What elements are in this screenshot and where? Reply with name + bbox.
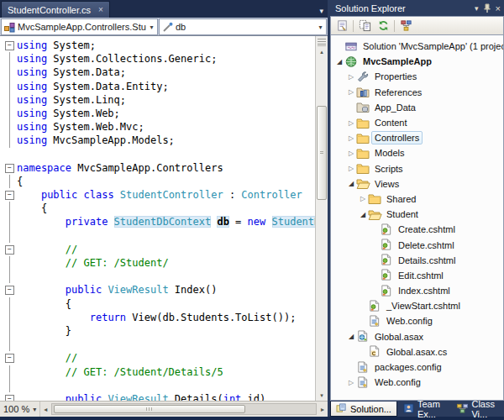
vs-window: StudentController.cs × ▾ MvcSampleApp.Co…: [0, 0, 504, 417]
chevron-down-icon[interactable]: ▾: [33, 406, 36, 413]
tab-class-vi[interactable]: Class Vi...: [451, 402, 504, 417]
fold-toggle-icon[interactable]: [3, 283, 17, 297]
vertical-scrollbar[interactable]: ▴ ▾: [315, 36, 328, 401]
tree-item-details-cshtml[interactable]: Details.cshtml: [331, 253, 503, 268]
pin-icon[interactable]: [483, 3, 491, 13]
collapsed-arrow-icon[interactable]: ▷: [358, 195, 368, 202]
tab-solution[interactable]: Solution...: [330, 402, 397, 417]
show-all-files-icon[interactable]: [357, 18, 372, 34]
zoom-level: 100 %: [3, 404, 29, 414]
fold-toggle-icon[interactable]: [3, 188, 17, 202]
tree-item-label: Global.asax: [371, 330, 427, 344]
vertical-scroll-thumb[interactable]: [317, 106, 327, 200]
csfile-icon: [368, 345, 383, 358]
tree-item-label: _ViewStart.cshtml: [383, 299, 464, 312]
fold-toggle-icon[interactable]: [3, 243, 17, 256]
fold-gutter: [3, 365, 17, 379]
tree-item-solution-mvcsampleapp-1-project[interactable]: Solution 'MvcSampleApp' (1 project): [331, 39, 503, 54]
chevron-down-icon[interactable]: ▾: [146, 24, 157, 31]
refresh-icon[interactable]: [375, 18, 391, 34]
type-dropdown[interactable]: MvcSampleApp.Controllers.StudentCont ▾: [1, 18, 158, 35]
type-dropdown-value: MvcSampleApp.Controllers.StudentCont: [15, 22, 146, 32]
chevron-down-icon[interactable]: ▾: [315, 24, 326, 31]
horizontal-scroll-thumb[interactable]: [54, 405, 245, 413]
window-position-chevron-icon[interactable]: ▾: [475, 4, 479, 13]
tree-item-label: Global.asax.cs: [383, 345, 450, 359]
close-icon[interactable]: ×: [496, 3, 501, 13]
code-text: using System.Data;: [17, 66, 126, 79]
expanded-arrow-icon[interactable]: ◢: [346, 180, 356, 187]
collapsed-arrow-icon[interactable]: ▷: [346, 150, 356, 157]
view-class-diagram-icon[interactable]: [398, 18, 413, 34]
tree-item-create-cshtml[interactable]: Create.cshtml: [331, 222, 503, 237]
tree-item-global-asax[interactable]: ◢Global.asax: [331, 329, 503, 344]
tree-item-scripts[interactable]: ▷Scripts: [331, 161, 503, 176]
fold-toggle-icon[interactable]: [3, 39, 17, 52]
active-files-chevron-icon[interactable]: ▾: [319, 7, 323, 15]
tree-item-global-asax-cs[interactable]: Global.asax.cs: [331, 344, 503, 360]
collapsed-arrow-icon[interactable]: ▷: [346, 379, 356, 386]
cshtml-icon: [380, 223, 395, 236]
scroll-up-icon[interactable]: ▴: [316, 46, 328, 57]
vertical-scroll-track[interactable]: [316, 57, 328, 390]
fold-toggle-icon[interactable]: [3, 351, 17, 365]
editor-pane: StudentController.cs × ▾ MvcSampleApp.Co…: [0, 0, 328, 417]
code-text: private StudentDbContext db = new Studen…: [17, 215, 315, 228]
folder-open-icon: [356, 177, 371, 190]
fold-toggle-icon[interactable]: [3, 161, 17, 175]
tree-item-label: Web.config: [383, 314, 436, 328]
tree-item-controllers[interactable]: ▷Controllers: [331, 130, 503, 145]
tree-item-delete-cshtml[interactable]: Delete.cshtml: [331, 237, 503, 252]
code-text: using MvcSampleApp.Models;: [17, 134, 175, 147]
properties-icon[interactable]: [334, 18, 349, 34]
expanded-arrow-icon[interactable]: ◢: [334, 58, 344, 66]
collapsed-arrow-icon[interactable]: ▷: [346, 88, 356, 96]
scroll-left-icon[interactable]: ◂: [40, 406, 50, 413]
cshtml-icon: [368, 300, 383, 312]
collapsed-arrow-icon[interactable]: ▷: [346, 119, 356, 127]
code-text: using System.Web;: [17, 107, 120, 120]
fold-gutter: [3, 120, 17, 134]
collapsed-arrow-icon[interactable]: ▷: [346, 134, 356, 142]
tree-item-web-config[interactable]: ▷Web.config: [331, 375, 503, 390]
navigation-bar: MvcSampleApp.Controllers.StudentCont ▾ d…: [0, 18, 328, 36]
tree-item-web-config[interactable]: Web.config: [331, 313, 503, 328]
code-text: {: [17, 175, 23, 188]
tree-item-shared[interactable]: ▷Shared: [331, 192, 503, 207]
fold-toggle-icon[interactable]: [3, 392, 17, 401]
tree-item-views[interactable]: ◢Views: [331, 176, 503, 192]
field-icon: [162, 22, 173, 33]
fold-gutter: [3, 134, 17, 147]
tree-item-content[interactable]: ▷Content: [331, 115, 503, 130]
code-line: private StudentDbContext db = new Studen…: [3, 215, 315, 228]
close-icon[interactable]: ×: [98, 5, 103, 14]
tree-item-packages-config[interactable]: packages.config: [331, 360, 503, 375]
code-text: // GET: /Student/Details/5: [17, 365, 223, 379]
collapsed-arrow-icon[interactable]: ▷: [346, 73, 356, 81]
editor-bottom-bar: 100 % ▾ ◂ ▸: [0, 401, 328, 417]
tree-item-models[interactable]: ▷Models: [331, 145, 503, 160]
tree-item-student[interactable]: ◢Student: [331, 207, 503, 222]
globalasax-icon: [356, 330, 371, 343]
tab-studentcontroller[interactable]: StudentController.cs ×: [1, 1, 110, 18]
tree-item-references[interactable]: ▷References: [331, 85, 503, 100]
expanded-arrow-icon[interactable]: ◢: [346, 333, 356, 340]
zoom-dropdown[interactable]: 100 % ▾: [0, 402, 40, 417]
scroll-down-icon[interactable]: ▾: [316, 390, 328, 401]
collapsed-arrow-icon[interactable]: ▷: [346, 165, 356, 172]
expanded-arrow-icon[interactable]: ◢: [358, 211, 368, 218]
tree-item-mvcsampleapp[interactable]: ◢MvcSampleApp: [331, 54, 503, 69]
member-dropdown[interactable]: db ▾: [159, 18, 327, 35]
code-editor[interactable]: using System;using System.Collections.Ge…: [0, 36, 328, 401]
code-text: using System.Web.Mvc;: [17, 120, 144, 134]
code-area[interactable]: using System;using System.Collections.Ge…: [0, 36, 315, 401]
horizontal-scroll-track[interactable]: [51, 403, 317, 415]
scroll-right-icon[interactable]: ▸: [318, 406, 328, 413]
tree-item-app-data[interactable]: App_Data: [331, 100, 503, 115]
tree-item-properties[interactable]: ▷Properties: [331, 69, 503, 84]
tree-item-viewstart-cshtml[interactable]: _ViewStart.cshtml: [331, 298, 503, 313]
tree-item-edit-cshtml[interactable]: Edit.cshtml: [331, 268, 503, 283]
tree-item-index-cshtml[interactable]: Index.cshtml: [331, 283, 503, 298]
tab-team-ex[interactable]: Team Ex...: [397, 402, 452, 417]
splitter-grip-icon[interactable]: [318, 37, 326, 46]
